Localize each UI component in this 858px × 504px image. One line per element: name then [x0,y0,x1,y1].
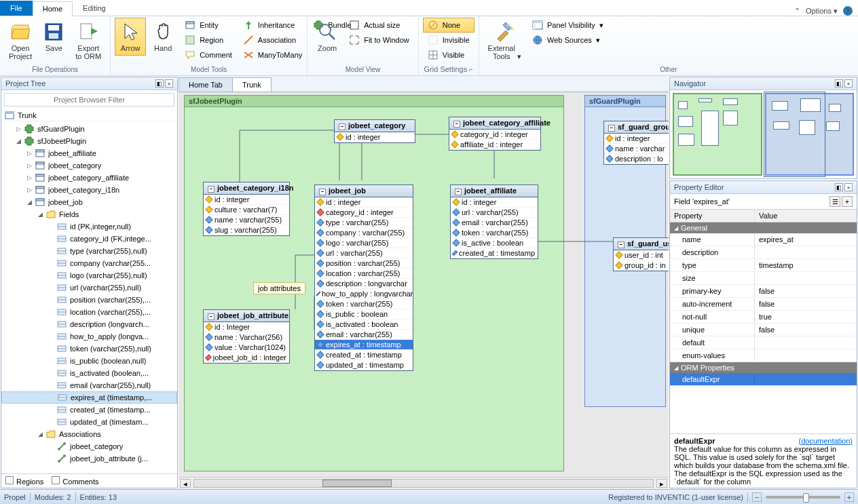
expander-icon[interactable] [48,394,56,402]
expander-icon[interactable] [48,284,55,292]
field-row[interactable]: category_id : integer [449,130,540,140]
model-canvas[interactable]: sfJobeetPlugin sfGuardPlugin [179,92,669,477]
expander-icon[interactable] [48,333,55,341]
tree-item[interactable]: description (longvarch... [1,318,177,330]
tree-item[interactable]: company (varchar(255... [1,257,177,269]
tab-file[interactable]: File [0,1,33,16]
help-icon[interactable]: ? [843,6,853,16]
field-row[interactable]: jobeet_job_id : integer [204,353,289,363]
tree-item[interactable]: is_public (boolean,null) [1,355,177,367]
entity-sf_guard_group[interactable]: −sf_guard_groupid : integername : varcha… [603,121,669,165]
property-row[interactable]: not-nulltrue [670,311,857,324]
zoom-slider[interactable] [766,496,840,499]
expander-icon[interactable] [48,235,55,243]
property-row[interactable]: auto-incrementfalse [670,298,857,311]
tree-item[interactable]: ◢Associations [1,428,177,440]
inheritance-tool-button[interactable]: Inheritance [238,18,307,33]
entity-jobeet_job[interactable]: −jobeet_jobid : integercategory_id : int… [314,185,413,371]
field-row[interactable]: is_active : boolean [451,238,538,248]
entity-jobeet_affiliate[interactable]: −jobeet_affiliateid : integerurl : varch… [450,185,538,259]
entity-jobeet_category[interactable]: −jobeet_categoryid : integer [334,119,415,143]
expander-icon[interactable] [48,345,55,353]
tree-item[interactable]: expires_at (timestamp,... [1,391,177,404]
property-row[interactable]: nameexpires_at [670,233,857,246]
field-row[interactable]: category_id : integer [315,208,413,218]
navigator-body[interactable] [670,90,857,178]
field-row[interactable]: is_public : boolean [315,309,413,319]
section-orm[interactable]: ORM Properties [670,362,857,373]
field-row[interactable]: description : lo [604,154,669,164]
expander-icon[interactable] [48,296,55,304]
tree-item[interactable]: id (PK,integer,null) [1,220,177,233]
tree-item[interactable]: jobeet_job_attribute (j... [1,452,177,465]
tree-root[interactable]: Trunk [18,111,37,119]
expander-icon[interactable]: ◢ [15,138,22,145]
tab-home[interactable]: Home [33,1,73,16]
field-row[interactable]: group_id : in [614,260,669,271]
open-project-button[interactable]: Open Project [4,18,37,64]
tree-item[interactable]: ▷sfGuardPlugin [1,123,177,135]
field-row[interactable]: type : varchar(255) [315,218,413,228]
tab-home-tab[interactable]: Home Tab [179,77,233,92]
regions-checkbox[interactable]: Regions [5,476,43,486]
expander-icon[interactable] [48,260,55,267]
field-row[interactable]: token : varchar(255) [451,228,538,238]
close-icon[interactable]: × [844,79,853,88]
fit-window-button[interactable]: Fit to Window [344,33,414,47]
zoom-button[interactable]: Zoom [312,18,343,56]
field-row[interactable]: id : integer [604,134,669,144]
field-row[interactable]: company : varchar(255) [315,228,413,238]
expander-icon[interactable] [48,321,55,328]
field-row[interactable]: email : varchar(255) [315,330,413,340]
comment-tool-button[interactable]: Comment [180,47,237,62]
hand-tool-button[interactable]: Hand [147,18,179,56]
field-row[interactable]: name : varchar [604,144,669,154]
property-grid[interactable]: General nameexpires_atdescriptiontypetim… [670,222,857,433]
tree-item[interactable]: how_to_apply (longva... [1,330,177,343]
tree-item[interactable]: category_id (FK,intege... [1,233,177,245]
field-row[interactable]: url : varchar(255) [451,208,538,218]
property-row[interactable]: description [670,246,857,259]
tree-item[interactable]: created_at (timestamp... [1,404,177,416]
field-row[interactable]: slug : varchar(255) [204,225,289,235]
property-row[interactable]: uniquefalse [670,324,857,336]
expander-icon[interactable] [48,443,55,450]
expander-icon[interactable] [48,370,55,377]
tree-item[interactable]: ◢sfJobeetPlugin [1,135,177,147]
field-row[interactable]: id : integer [204,195,289,205]
expander-icon[interactable]: ▷ [26,174,33,182]
expander-icon[interactable]: ◢ [37,211,44,218]
expander-icon[interactable]: ▷ [26,150,33,157]
expander-icon[interactable] [48,223,55,231]
expander-icon[interactable] [48,455,55,463]
field-row[interactable]: position : varchar(255) [315,258,413,269]
entity-jobeet_job_attribute[interactable]: −jobeet_job_attributeid : Integername : … [203,309,290,364]
field-row[interactable]: updated_at : timestamp [315,360,413,370]
grid-none-button[interactable]: None [423,18,474,33]
expander-icon[interactable] [48,357,55,365]
expander-icon[interactable]: ▷ [26,187,33,194]
field-row[interactable]: url : varchar(255) [315,248,413,258]
field-row[interactable]: email : varchar(255) [451,218,538,228]
tree-item[interactable]: position (varchar(255),... [1,294,177,306]
tab-trunk[interactable]: Trunk [232,77,272,92]
entity-jobeet_category_i18n[interactable]: −jobeet_category_i18nid : integerculture… [203,182,290,236]
association-tool-button[interactable]: Association [238,33,307,47]
tree-item[interactable]: location (varchar(255),... [1,306,177,318]
manytomany-tool-button[interactable]: ManyToMany [238,47,307,62]
field-row[interactable]: location : varchar(255) [315,269,413,279]
section-general[interactable]: General [670,222,857,233]
tree-item[interactable]: logo (varchar(255),null) [1,269,177,282]
pin-icon[interactable]: ◧ [835,183,843,191]
expander-icon[interactable] [48,419,55,426]
zoom-in-button[interactable]: + [844,492,854,502]
field-row[interactable]: name : Varchar(256) [204,332,289,343]
h-scrollbar[interactable]: ◂ ▸ [179,477,669,489]
edit-button[interactable]: ☰ [829,196,840,207]
panel-visibility-button[interactable]: Panel Visibility ▾ [527,18,608,33]
field-row[interactable]: created_at : timestamp [315,350,413,360]
entity-tool-button[interactable]: Entity [180,18,237,33]
field-row[interactable]: created_at : timestamp [451,248,538,258]
field-row[interactable]: expires_at : timestamp [315,340,413,350]
expander-icon[interactable] [48,248,55,255]
